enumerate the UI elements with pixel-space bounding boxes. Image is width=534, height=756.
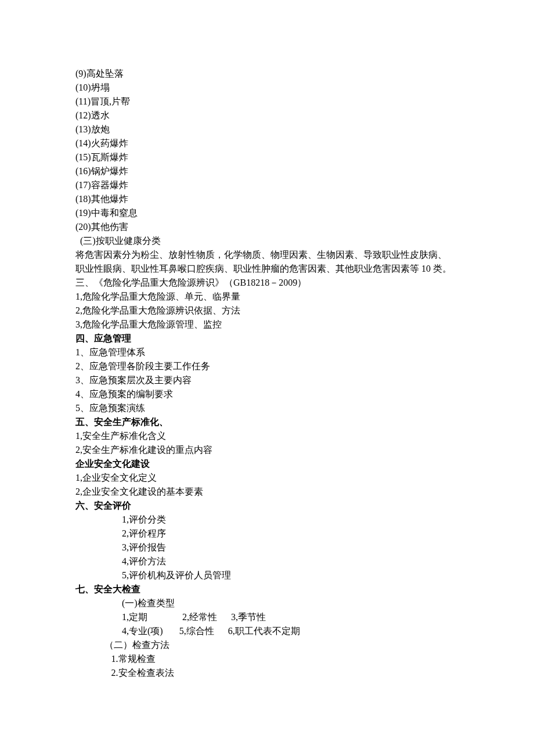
text-line: (16)锅炉爆炸 <box>75 164 459 178</box>
text-line: 将危害因素分为粉尘、放射性物质，化学物质、物理因素、生物因素、导致职业性皮肤病、 <box>75 248 459 262</box>
text-line: 五、安全生产标准化、 <box>75 415 459 429</box>
text-line: (18)其他爆炸 <box>75 192 459 206</box>
text-line: 5,评价机构及评价人员管理 <box>75 568 459 582</box>
text-line: (11)冒顶,片帮 <box>75 95 459 109</box>
text-line: 5、应急预案演练 <box>75 401 459 415</box>
text-line: 4,专业(项) 5,综合性 6,职工代表不定期 <box>75 624 459 638</box>
text-line: 4,评价方法 <box>75 555 459 568</box>
text-line: 六、安全评价 <box>75 499 459 513</box>
text-line: (13)放炮 <box>75 123 459 136</box>
text-line: 七、安全大检查 <box>75 582 459 596</box>
text-line: （二）检查方法 <box>75 638 459 652</box>
text-line: 1.常规检查 <box>75 652 459 666</box>
text-line: 3、应急预案层次及主要内容 <box>75 373 459 387</box>
text-line: 2、应急管理各阶段主要工作任务 <box>75 359 459 373</box>
text-line: (10)坍塌 <box>75 81 459 95</box>
text-line: 1,评价分类 <box>75 513 459 527</box>
text-line: 四、应急管理 <box>75 332 459 345</box>
text-line: 2,安全生产标准化建设的重点内容 <box>75 443 459 457</box>
text-line: 4、应急预案的编制要求 <box>75 387 459 401</box>
text-line: 职业性眼病、职业性耳鼻喉口腔疾病、职业性肿瘤的危害因素、其他职业危害因素等 10… <box>75 262 459 276</box>
text-line: (12)透水 <box>75 109 459 123</box>
document-page: (9)高处坠落(10)坍塌(11)冒顶,片帮(12)透水(13)放炮(14)火药… <box>0 0 534 715</box>
text-line: 1,安全生产标准化含义 <box>75 429 459 443</box>
text-line: (14)火药爆炸 <box>75 136 459 150</box>
text-line: 1,危险化学品重大危险源、单元、临界量 <box>75 290 459 304</box>
text-line: 2.安全检查表法 <box>75 666 459 680</box>
text-line: 企业安全文化建设 <box>75 457 459 471</box>
text-line: (一)检查类型 <box>75 596 459 610</box>
text-line: (9)高处坠落 <box>75 67 459 81</box>
text-line: 1、应急管理体系 <box>75 345 459 359</box>
text-line: 三、《危险化学品重大危险源辨识》（GB18218－2009） <box>75 276 459 290</box>
text-line: 3,评价报告 <box>75 541 459 555</box>
text-line: 2,危险化学品重大危险源辨识依据、方法 <box>75 304 459 318</box>
text-line: (20)其他伤害 <box>75 220 459 234</box>
text-line: 3,危险化学品重大危险源管理、监控 <box>75 318 459 332</box>
text-line: (15)瓦斯爆炸 <box>75 150 459 164</box>
text-line: 1,企业安全文化定义 <box>75 471 459 485</box>
text-line: 2,评价程序 <box>75 527 459 541</box>
text-line: (19)中毒和窒息 <box>75 206 459 220</box>
text-line: 2,企业安全文化建设的基本要素 <box>75 485 459 499</box>
text-line: (17)容器爆炸 <box>75 178 459 192</box>
text-line: (三)按职业健康分类 <box>75 234 459 248</box>
text-line: 1,定期 2,经常性 3,季节性 <box>75 610 459 624</box>
